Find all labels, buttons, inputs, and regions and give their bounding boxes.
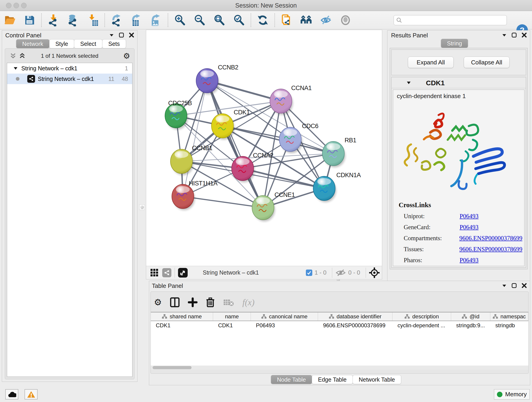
crosslink-link[interactable]: P06493 <box>460 257 479 264</box>
search-input[interactable] <box>402 16 507 25</box>
gene-section-header[interactable]: CDK1 <box>392 77 526 88</box>
save-session-icon[interactable] <box>22 13 37 28</box>
network-view-toolbar: String Network – cdk1 1 - 0 0 - 0 <box>146 266 382 279</box>
column-header-namespac[interactable]: namespac <box>490 313 528 321</box>
table-cell[interactable]: 9606.ENSP00000378699 <box>318 321 393 330</box>
node-CCNB2[interactable]: CCNB2 <box>196 64 238 95</box>
panel-menu-icon[interactable] <box>109 33 114 37</box>
table-cell[interactable]: CDK1 <box>151 321 213 330</box>
network-collection-row[interactable]: String Network – cdk1 1 <box>7 63 132 74</box>
panel-menu-icon[interactable] <box>502 284 507 287</box>
edge-CCNB2-HIST1H1A[interactable] <box>183 81 207 196</box>
node-label-HIST1H1A: HIST1H1A <box>189 180 218 187</box>
left-splitter-handle[interactable] <box>139 204 145 210</box>
column-header-name[interactable]: name <box>213 313 251 321</box>
tab-style[interactable]: Style <box>49 39 75 48</box>
table-cell[interactable]: stringdb:9... <box>451 321 490 330</box>
node-table[interactable]: shared namenamecanonical namedatabase id… <box>151 312 528 366</box>
table-cell[interactable]: CDK1 <box>213 321 251 330</box>
node-HIST1H1A[interactable]: HIST1H1A <box>172 180 218 210</box>
table-cell[interactable]: cyclin-dependent ... <box>393 321 451 330</box>
import-table-icon[interactable] <box>85 13 100 28</box>
show-graphics-details-icon[interactable] <box>338 13 353 28</box>
create-column-icon[interactable] <box>188 298 197 307</box>
panel-menu-icon[interactable] <box>502 33 507 37</box>
zoom-selected-icon[interactable] <box>231 13 247 28</box>
zoom-fit-icon[interactable] <box>212 13 227 28</box>
column-header-database-identifier[interactable]: database identifier <box>318 313 393 321</box>
toolbar-separator <box>274 13 275 27</box>
control-panel-tabs: NetworkStyleSelectSets <box>16 39 126 48</box>
panel-close-icon[interactable] <box>522 283 527 288</box>
panel-close-icon[interactable] <box>522 32 527 38</box>
first-neighbors-icon[interactable] <box>299 13 314 28</box>
edge-CDK1-RB1[interactable] <box>222 126 333 153</box>
column-header-@id[interactable]: @id <box>451 313 490 321</box>
crosslink-link[interactable]: 9606.ENSP00000378699 <box>459 235 522 242</box>
crosslink-row: GeneCard:P06493 <box>399 224 522 231</box>
open-file-icon[interactable] <box>2 13 17 28</box>
tab-network[interactable]: Network <box>16 39 50 48</box>
node-CCNE1[interactable]: CCNE1 <box>252 191 295 221</box>
export-table-icon[interactable] <box>129 13 144 28</box>
crosslink-link[interactable]: 9606.ENSP00000378699 <box>459 246 522 253</box>
tab-select[interactable]: Select <box>74 39 102 48</box>
tab-sets[interactable]: Sets <box>102 39 126 48</box>
toolbar-separator <box>251 13 251 27</box>
expand-all-button[interactable]: Expand All <box>408 57 454 68</box>
thumbnail-grid-icon[interactable] <box>150 268 159 277</box>
section-collapse-icon[interactable] <box>407 81 411 84</box>
birds-eye-view-icon[interactable] <box>369 268 380 278</box>
edge-HIST1H1A-CCNE1[interactable] <box>183 196 263 208</box>
table-cell[interactable]: stringdb <box>490 321 528 330</box>
panel-float-icon[interactable] <box>119 32 124 38</box>
clone-network-icon[interactable] <box>279 13 294 28</box>
panel-float-icon[interactable] <box>512 283 517 288</box>
crosslink-label: Pharos: <box>399 257 460 264</box>
table-cell[interactable]: P06493 <box>251 321 318 330</box>
crosslink-link[interactable]: P06493 <box>460 213 479 220</box>
warning-status-button[interactable] <box>25 389 38 400</box>
delete-column-icon[interactable] <box>206 297 215 307</box>
memory-button[interactable]: Memory <box>494 389 530 400</box>
export-network-icon[interactable] <box>109 13 124 28</box>
column-header-canonical-name[interactable]: canonical name <box>251 313 318 321</box>
column-header-description[interactable]: description <box>393 313 451 321</box>
table-tabs: Node TableEdge TableNetwork Table <box>271 375 401 384</box>
edge-CCNB2-CCNE1[interactable] <box>207 81 263 208</box>
tab-node-table[interactable]: Node Table <box>271 375 312 384</box>
tree-expand-icon[interactable] <box>13 67 18 70</box>
node-CDK1[interactable]: CDK1 <box>211 109 250 140</box>
zoom-out-icon[interactable] <box>192 13 207 28</box>
network-row[interactable]: String Network – cdk1 11 48 <box>7 74 132 84</box>
panel-close-icon[interactable] <box>129 32 134 38</box>
selected-nodes-checkbox[interactable] <box>306 269 312 276</box>
show-columns-icon[interactable] <box>170 297 180 307</box>
import-network-database-icon[interactable] <box>65 13 81 28</box>
network-tab-content: 1 of 1 Network selected ⚙ String Network… <box>5 48 134 379</box>
cloud-status-button[interactable] <box>5 389 18 400</box>
detach-view-icon[interactable] <box>178 268 188 278</box>
collapse-all-button[interactable]: Collapse All <box>464 57 510 68</box>
table-options-gear-icon[interactable]: ⚙ <box>154 297 162 307</box>
tab-network-table[interactable]: Network Table <box>353 375 401 384</box>
panel-float-icon[interactable] <box>512 32 517 38</box>
scrollbar-thumb[interactable] <box>152 366 191 369</box>
table-horizontal-scrollbar[interactable] <box>151 366 528 370</box>
tab-edge-table[interactable]: Edge Table <box>312 375 353 384</box>
network-share-view-icon[interactable] <box>162 268 171 277</box>
network-options-gear-icon[interactable]: ⚙ <box>123 51 130 61</box>
column-header-shared-name[interactable]: shared name <box>151 313 213 321</box>
crosslink-row: Tissues:9606.ENSP00000378699 <box>399 246 522 253</box>
network-graph[interactable]: CCNB2CCNA1CDC25BCDK1CDC6RB1CCNB1CCNA2CDK… <box>146 30 382 266</box>
export-image-icon[interactable] <box>148 13 164 28</box>
import-network-file-icon[interactable] <box>46 13 61 28</box>
node-RB1[interactable]: RB1 <box>322 137 356 167</box>
node-label-CCNA2: CCNA2 <box>253 152 273 159</box>
tab-string[interactable]: String <box>441 39 468 48</box>
crosslink-link[interactable]: P06493 <box>460 224 479 231</box>
node-CDKN1A[interactable]: CDKN1A <box>313 172 361 202</box>
zoom-in-icon[interactable] <box>172 13 187 28</box>
refresh-layout-icon[interactable] <box>255 13 270 28</box>
hide-selected-icon[interactable] <box>318 13 334 28</box>
